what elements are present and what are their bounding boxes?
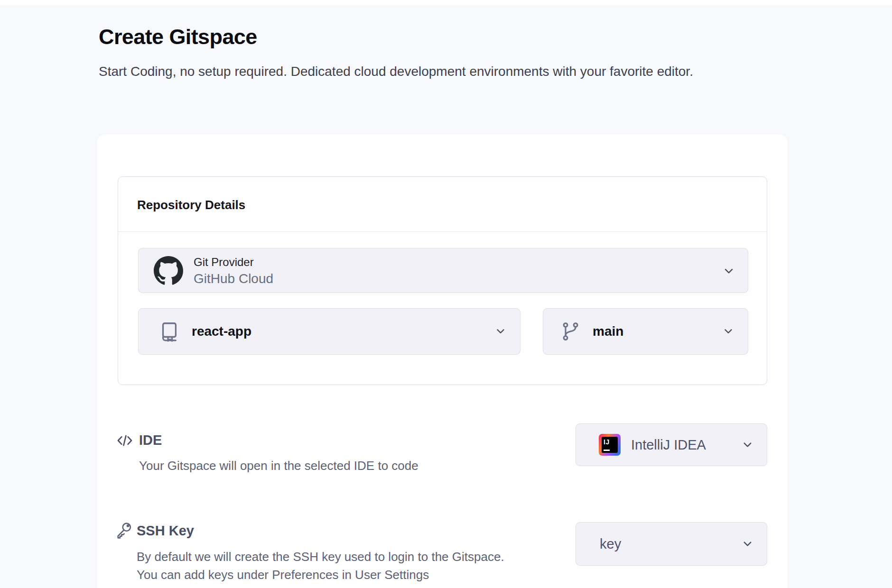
key-icon <box>114 521 134 541</box>
git-provider-text: Git Provider GitHub Cloud <box>194 255 273 286</box>
code-icon <box>115 431 135 450</box>
repo-icon <box>158 321 180 342</box>
ide-label: IDE <box>139 432 162 448</box>
repository-select[interactable]: react-app <box>138 308 520 355</box>
repository-details-card: Repository Details Git Provider GitHub C… <box>118 176 767 385</box>
intellij-icon-bar <box>604 450 610 451</box>
git-provider-select[interactable]: Git Provider GitHub Cloud <box>138 248 748 293</box>
branch-value: main <box>593 324 623 339</box>
ssh-key-description-line2: You can add keys under Preferences in Us… <box>137 566 504 584</box>
branch-select[interactable]: main <box>543 308 748 355</box>
chevron-down-icon <box>494 325 508 338</box>
intellij-icon: IJ <box>599 434 621 456</box>
divider <box>118 231 767 232</box>
top-bar <box>0 0 892 5</box>
chevron-down-icon <box>722 325 735 338</box>
chevron-down-icon <box>741 537 754 551</box>
ide-select[interactable]: IJ IntelliJ IDEA <box>576 423 767 466</box>
ssh-key-label: SSH Key <box>137 523 194 539</box>
ssh-key-description: By default we will create the SSH key us… <box>137 548 504 584</box>
ssh-key-value: key <box>600 536 621 552</box>
branch-icon <box>560 321 581 342</box>
repository-value: react-app <box>192 324 251 339</box>
chevron-down-icon <box>741 438 754 451</box>
repository-details-heading: Repository Details <box>137 198 245 212</box>
ssh-key-select[interactable]: key <box>576 522 767 566</box>
ide-value: IntelliJ IDEA <box>631 437 706 453</box>
intellij-icon-letters: IJ <box>604 438 610 446</box>
chevron-down-icon <box>722 264 735 277</box>
git-provider-value: GitHub Cloud <box>194 271 273 286</box>
page-title: Create Gitspace <box>99 25 257 49</box>
github-icon <box>154 256 183 285</box>
page-subtitle: Start Coding, no setup required. Dedicat… <box>99 62 763 81</box>
ssh-key-description-line1: By default we will create the SSH key us… <box>137 548 504 566</box>
git-provider-label: Git Provider <box>194 255 273 268</box>
intellij-icon-inner: IJ <box>602 437 618 453</box>
ide-description: Your Gitspace will open in the selected … <box>139 457 418 475</box>
